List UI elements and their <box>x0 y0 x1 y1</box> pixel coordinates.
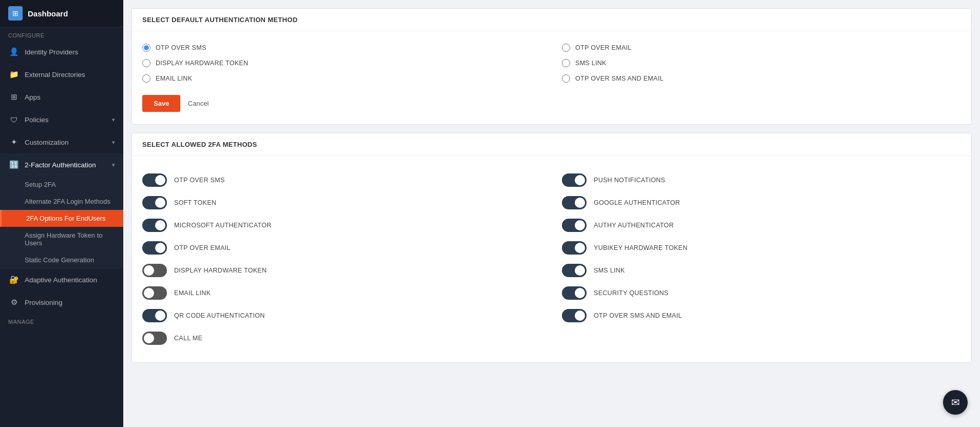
toggle-google-auth[interactable] <box>562 196 587 209</box>
sidebar-item-provisioning[interactable]: ⚙ Provisioning <box>0 291 123 314</box>
sidebar-sub-item-static-code[interactable]: Static Code Generation <box>0 251 123 268</box>
dashboard-title: Dashboard <box>28 9 68 18</box>
chat-icon: ✉ <box>951 396 960 409</box>
radio-otp-sms-label: OTP OVER SMS <box>156 44 206 51</box>
toggle-row-soft-token: SOFT TOKEN <box>142 196 541 209</box>
radio-otp-email-input[interactable] <box>562 44 570 52</box>
toggle-ms-auth[interactable] <box>142 219 167 232</box>
sidebar-item-label: Identity Providers <box>25 48 78 56</box>
sidebar-item-identity-providers[interactable]: 👤 Identity Providers <box>0 41 123 63</box>
toggle-row-otp-email: OTP OVER EMAIL <box>142 241 541 255</box>
policies-icon: 🛡 <box>8 114 20 125</box>
toggle-otp-email[interactable] <box>142 241 167 255</box>
toggle-qr-code[interactable] <box>142 309 167 322</box>
sidebar-item-2fa[interactable]: 🔢 2-Factor Authentication ▾ <box>0 153 123 176</box>
radio-display-hw-token-label: DISPLAY HARDWARE TOKEN <box>156 60 248 67</box>
toggle-row-yubikey: YUBIKEY HARDWARE TOKEN <box>562 241 961 255</box>
chevron-down-icon: ▾ <box>112 117 115 123</box>
sidebar-item-label: Apps <box>25 93 41 101</box>
radio-sms-link[interactable]: SMS LINK <box>562 59 961 67</box>
2fa-options-label: 2FA Options For EndUsers <box>26 215 106 222</box>
toggle-row-call-me: CALL ME <box>142 332 541 345</box>
radio-otp-sms-input[interactable] <box>142 44 150 52</box>
radio-grid: OTP OVER SMS OTP OVER EMAIL DISPLAY HARD… <box>142 44 961 83</box>
toggle-row-otp-sms-email: OTP OVER SMS AND EMAIL <box>562 309 961 322</box>
adaptive-auth-icon: 🔐 <box>8 274 20 285</box>
sidebar-item-label: 2-Factor Authentication <box>25 161 96 169</box>
toggle-security-q[interactable] <box>562 286 587 300</box>
toggle-placeholder <box>562 332 961 345</box>
sidebar-header[interactable]: ⊞ Dashboard <box>0 0 123 27</box>
toggle-row-ms-auth: MICROSOFT AUTHENTICATOR <box>142 219 541 232</box>
toggle-google-auth-label: GOOGLE AUTHENTICATOR <box>594 199 680 206</box>
radio-display-hw-token-input[interactable] <box>142 59 150 67</box>
toggle-call-me[interactable] <box>142 332 167 345</box>
toggle-otp-email-label: OTP OVER EMAIL <box>174 244 231 251</box>
sidebar-item-customization[interactable]: ✦ Customization ▾ <box>0 131 123 153</box>
sidebar-sub-item-2fa-options[interactable]: 2FA Options For EndUsers <box>0 210 123 227</box>
apps-icon: ⊞ <box>8 91 20 103</box>
radio-otp-sms[interactable]: OTP OVER SMS <box>142 44 541 52</box>
radio-sms-link-input[interactable] <box>562 59 570 67</box>
sidebar-sub-item-setup-2fa[interactable]: Setup 2FA <box>0 176 123 193</box>
chat-fab-button[interactable]: ✉ <box>943 390 968 415</box>
toggle-row-security-q: SECURITY QUESTIONS <box>562 286 961 300</box>
sidebar-item-policies[interactable]: 🛡 Policies ▾ <box>0 108 123 131</box>
radio-otp-sms-email-input[interactable] <box>562 74 570 83</box>
toggle-authy-auth-label: AUTHY AUTHENTICATOR <box>594 222 674 229</box>
radio-email-link[interactable]: EMAIL LINK <box>142 74 541 83</box>
toggle-authy-auth[interactable] <box>562 219 587 232</box>
assign-hardware-label: Assign Hardware Token to Users <box>25 231 115 247</box>
toggle-row-otp-sms: OTP OVER SMS <box>142 173 541 187</box>
toggle-otp-sms-label: OTP OVER SMS <box>174 177 225 184</box>
radio-sms-link-label: SMS LINK <box>575 60 607 67</box>
toggle-otp-sms-email[interactable] <box>562 309 587 322</box>
toggle-push-notif-label: PUSH NOTIFICATIONS <box>594 177 665 184</box>
toggle-row-sms-link: SMS LINK <box>562 264 961 277</box>
toggle-display-hw-label: DISPLAY HARDWARE TOKEN <box>174 267 267 274</box>
toggle-grid: OTP OVER SMS PUSH NOTIFICATIONS SOFT T <box>142 168 961 350</box>
static-code-label: Static Code Generation <box>25 256 94 264</box>
provisioning-icon: ⚙ <box>8 297 20 308</box>
radio-email-link-label: EMAIL LINK <box>156 75 192 82</box>
toggle-security-q-label: SECURITY QUESTIONS <box>594 289 668 297</box>
cancel-button[interactable]: Cancel <box>188 100 209 107</box>
default-auth-section: SELECT DEFAULT AUTHENTICATION METHOD OTP… <box>131 8 972 125</box>
toggle-sms-link[interactable] <box>562 264 587 277</box>
sidebar-item-label: External Directories <box>25 71 85 79</box>
toggle-push-notif[interactable] <box>562 173 587 187</box>
allowed-2fa-body: OTP OVER SMS PUSH NOTIFICATIONS SOFT T <box>132 156 971 362</box>
form-actions: Save Cancel <box>142 95 961 112</box>
setup-2fa-label: Setup 2FA <box>25 181 56 188</box>
sidebar: ⊞ Dashboard Configure 👤 Identity Provide… <box>0 0 123 427</box>
chevron-down-icon: ▾ <box>112 139 115 146</box>
save-button[interactable]: Save <box>142 95 180 112</box>
toggle-email-link[interactable] <box>142 286 167 300</box>
configure-label: Configure <box>0 27 123 41</box>
sidebar-item-label: Customization <box>25 139 69 146</box>
radio-otp-email[interactable]: OTP OVER EMAIL <box>562 44 961 52</box>
sidebar-sub-item-assign-hardware[interactable]: Assign Hardware Token to Users <box>0 227 123 251</box>
allowed-2fa-title: SELECT ALLOWED 2FA METHODS <box>132 133 971 156</box>
manage-label: Manage <box>0 314 123 327</box>
toggle-email-link-label: EMAIL LINK <box>174 289 211 297</box>
chevron-down-icon: ▾ <box>112 162 115 168</box>
toggle-row-push-notif: PUSH NOTIFICATIONS <box>562 173 961 187</box>
radio-display-hw-token[interactable]: DISPLAY HARDWARE TOKEN <box>142 59 541 67</box>
toggle-display-hw[interactable] <box>142 264 167 277</box>
sidebar-item-adaptive-auth[interactable]: 🔐 Adaptive Authentication <box>0 268 123 291</box>
sidebar-item-label: Policies <box>25 116 49 124</box>
sidebar-item-external-directories[interactable]: 📁 External Directories <box>0 63 123 86</box>
radio-otp-sms-email[interactable]: OTP OVER SMS AND EMAIL <box>562 74 961 83</box>
radio-otp-sms-email-label: OTP OVER SMS AND EMAIL <box>575 75 664 82</box>
toggle-row-qr-code: QR CODE AUTHENTICATION <box>142 309 541 322</box>
toggle-soft-token[interactable] <box>142 196 167 209</box>
radio-email-link-input[interactable] <box>142 74 150 83</box>
sidebar-item-apps[interactable]: ⊞ Apps <box>0 86 123 108</box>
external-directories-icon: 📁 <box>8 69 20 80</box>
sidebar-sub-item-alternate-2fa[interactable]: Alternate 2FA Login Methods <box>0 193 123 210</box>
toggle-otp-sms-email-label: OTP OVER SMS AND EMAIL <box>594 312 682 319</box>
identity-providers-icon: 👤 <box>8 46 20 57</box>
toggle-otp-sms[interactable] <box>142 173 167 187</box>
toggle-yubikey[interactable] <box>562 241 587 255</box>
